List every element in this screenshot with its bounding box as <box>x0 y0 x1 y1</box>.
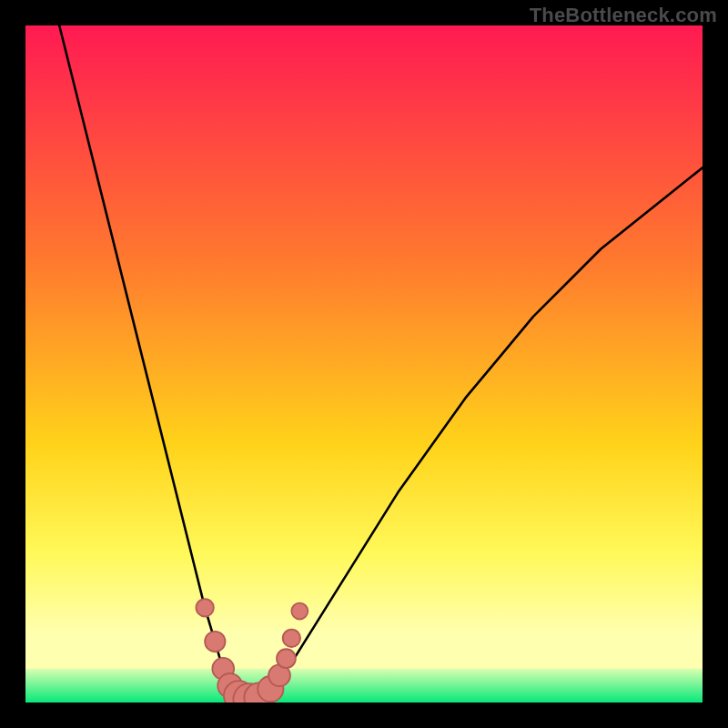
plot-area <box>25 25 703 703</box>
curve-marker <box>205 632 225 652</box>
curve-marker <box>291 603 308 620</box>
chart-frame: TheBottleneck.com <box>0 0 728 728</box>
curve-marker <box>283 630 300 647</box>
curve-marker <box>196 599 213 616</box>
curve-markers <box>25 25 703 703</box>
curve-marker <box>277 649 296 668</box>
watermark-text: TheBottleneck.com <box>530 4 717 27</box>
